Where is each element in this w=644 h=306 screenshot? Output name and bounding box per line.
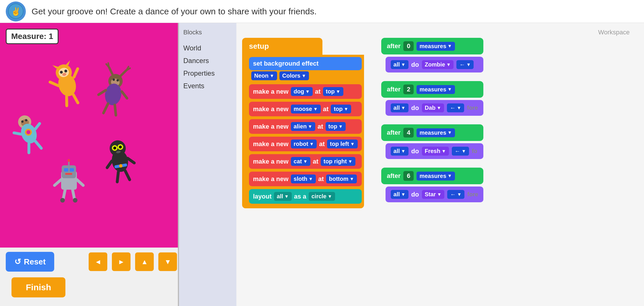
robot-pos-dropdown[interactable]: top left ▼ bbox=[327, 140, 358, 148]
sloth-dropdown[interactable]: sloth ▼ bbox=[291, 174, 316, 183]
robot-dropdown[interactable]: robot ▼ bbox=[291, 140, 317, 148]
fo-label-4: fo bbox=[472, 148, 477, 154]
make-robot-block: make a new robot ▼ at top left ▼ bbox=[249, 137, 362, 151]
dog-pos-dropdown[interactable]: top ▼ bbox=[323, 87, 343, 96]
after-label-6: after bbox=[387, 172, 401, 180]
workspace-right-label: Workspace bbox=[598, 29, 638, 36]
moose-pos-dropdown[interactable]: top ▼ bbox=[331, 105, 351, 113]
svg-line-12 bbox=[65, 96, 69, 106]
nav-up-button[interactable]: ▲ bbox=[135, 252, 154, 271]
colors-dropdown[interactable]: Colors ▼ bbox=[279, 71, 309, 80]
after-num-2: 2 bbox=[403, 85, 414, 94]
reset-button[interactable]: ↺ Reset bbox=[6, 252, 54, 272]
action-dropdown-4[interactable]: Fresh ▼ bbox=[422, 147, 449, 156]
at-label-sloth: at bbox=[318, 175, 324, 183]
at-label-robot: at bbox=[319, 140, 325, 148]
cat-dropdown[interactable]: cat ▼ bbox=[291, 157, 311, 166]
sidebar-item-dancers[interactable]: Dancers bbox=[183, 54, 232, 67]
make-moose-block: make a new moose ▼ at top ▼ bbox=[249, 102, 362, 116]
svg-line-26 bbox=[99, 89, 106, 96]
dog-dropdown[interactable]: dog ▼ bbox=[291, 87, 313, 96]
event-action-6: all ▼ do Star ▼ ← ▼ fore bbox=[386, 187, 483, 202]
layout-block: layout all ▼ as a circle ▼ bbox=[249, 189, 362, 204]
svg-line-10 bbox=[50, 80, 58, 88]
action-dropdown-6[interactable]: Star ▼ bbox=[422, 190, 445, 199]
sidebar-item-events[interactable]: Events bbox=[183, 80, 232, 92]
all-dropdown-4[interactable]: all ▼ bbox=[391, 147, 408, 156]
layout-all-dropdown[interactable]: all ▼ bbox=[274, 192, 292, 201]
all-dropdown-6[interactable]: all ▼ bbox=[391, 190, 408, 199]
event-hat-2: after 2 measures ▼ bbox=[381, 81, 483, 98]
after-label-4: after bbox=[387, 129, 401, 136]
set-bg-label: set background effect bbox=[253, 60, 319, 67]
moose-dropdown[interactable]: moose ▼ bbox=[291, 105, 321, 113]
make-dog-label: make a new bbox=[253, 88, 289, 95]
sidebar-item-world[interactable]: World bbox=[183, 42, 232, 54]
event-block-0: after 0 measures ▼ all ▼ do Zombie ▼ ← ▼ bbox=[381, 38, 483, 72]
fore-label-2: fore bbox=[467, 105, 478, 111]
all-dropdown-0[interactable]: all ▼ bbox=[391, 60, 408, 69]
svg-rect-43 bbox=[62, 165, 76, 178]
alien-dropdown[interactable]: alien ▼ bbox=[291, 122, 315, 131]
workspace: Workspace setup set background effect Ne… bbox=[236, 23, 644, 306]
svg-line-29 bbox=[113, 105, 118, 115]
layout-label: layout bbox=[253, 193, 272, 200]
nav-down-button[interactable]: ▼ bbox=[158, 252, 177, 271]
sidebar-item-properties[interactable]: Properties bbox=[183, 67, 232, 80]
action-dropdown-0[interactable]: Zombie ▼ bbox=[422, 60, 454, 69]
event-action-0: all ▼ do Zombie ▼ ← ▼ bbox=[386, 57, 483, 72]
make-robot-label: make a new bbox=[253, 140, 289, 148]
at-label-alien: at bbox=[318, 123, 323, 130]
measures-dropdown-2[interactable]: measures ▼ bbox=[417, 85, 455, 94]
alien-pos-dropdown[interactable]: top ▼ bbox=[326, 122, 346, 131]
set-background-block: set background effect bbox=[249, 57, 362, 70]
make-sloth-label: make a new bbox=[253, 175, 289, 183]
svg-point-48 bbox=[67, 159, 70, 162]
cat-pos-dropdown[interactable]: top right ▼ bbox=[321, 157, 355, 166]
neon-dropdown[interactable]: Neon ▼ bbox=[251, 71, 277, 80]
right-panel: Blocks World Dancers Properties Events W… bbox=[179, 23, 644, 306]
finish-area: Finish bbox=[0, 276, 178, 306]
stage-panel: Measure: 1 bbox=[0, 23, 178, 306]
measures-dropdown-4[interactable]: measures ▼ bbox=[417, 128, 455, 137]
svg-rect-46 bbox=[65, 173, 72, 175]
event-block-2: after 2 measures ▼ all ▼ do Dab ▼ ← ▼ fo… bbox=[381, 81, 483, 116]
bg-dropdowns: Neon ▼ Colors ▼ bbox=[249, 71, 362, 80]
setup-block-body: set background effect Neon ▼ Colors ▼ ma… bbox=[242, 55, 364, 208]
do-label-2: do bbox=[411, 104, 419, 112]
svg-line-65 bbox=[128, 157, 134, 164]
event-hat-6: after 6 measures ▼ bbox=[381, 168, 483, 184]
measures-dropdown-0[interactable]: measures ▼ bbox=[417, 42, 455, 51]
nav-right-button[interactable]: ► bbox=[112, 252, 131, 271]
event-action-4: all ▼ do Fresh ▼ ← ▼ fo bbox=[386, 143, 483, 159]
make-cat-block: make a new cat ▼ at top right ▼ bbox=[249, 154, 362, 169]
at-label-cat: at bbox=[313, 158, 318, 165]
svg-text:✌️: ✌️ bbox=[11, 7, 21, 16]
make-moose-label: make a new bbox=[253, 105, 289, 113]
layout-shape-dropdown[interactable]: circle ▼ bbox=[309, 192, 335, 201]
dir-dropdown-4[interactable]: ← ▼ bbox=[452, 147, 469, 156]
all-dropdown-2[interactable]: all ▼ bbox=[391, 103, 408, 112]
dir-dropdown-0[interactable]: ← ▼ bbox=[456, 60, 474, 69]
dir-dropdown-2[interactable]: ← ▼ bbox=[447, 103, 464, 112]
svg-line-38 bbox=[14, 131, 21, 136]
svg-line-49 bbox=[55, 180, 61, 185]
do-label-4: do bbox=[411, 148, 419, 155]
measures-dropdown-6[interactable]: measures ▼ bbox=[417, 172, 455, 181]
event-hat-4: after 4 measures ▼ bbox=[381, 124, 483, 141]
setup-block: setup set background effect Neon ▼ Color… bbox=[242, 38, 364, 208]
action-dropdown-2[interactable]: Dab ▼ bbox=[422, 103, 444, 112]
svg-rect-45 bbox=[70, 168, 74, 172]
header-description: Get your groove on! Create a dance of yo… bbox=[32, 7, 317, 16]
event-blocks: after 0 measures ▼ all ▼ do Zombie ▼ ← ▼ bbox=[381, 38, 483, 208]
nav-left-button[interactable]: ◄ bbox=[89, 252, 107, 271]
after-num-6: 6 bbox=[403, 171, 414, 181]
dir-dropdown-6[interactable]: ← ▼ bbox=[447, 190, 464, 199]
svg-line-16 bbox=[108, 68, 113, 74]
finish-button[interactable]: Finish bbox=[11, 277, 65, 297]
do-label-0: do bbox=[411, 61, 419, 68]
avatar: ✌️ bbox=[6, 1, 26, 21]
sloth-pos-dropdown[interactable]: bottom ▼ bbox=[326, 174, 357, 183]
blocks-sidebar: Blocks World Dancers Properties Events bbox=[179, 23, 236, 306]
at-label-moose: at bbox=[323, 105, 329, 113]
